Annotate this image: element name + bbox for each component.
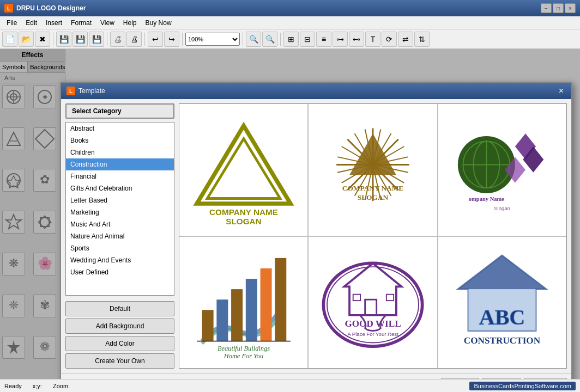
toolbar-save3[interactable]: 💾 bbox=[89, 32, 104, 47]
category-user[interactable]: User Defined bbox=[66, 266, 174, 278]
svg-text:COMPANY NAME: COMPANY NAME bbox=[342, 184, 404, 192]
toolbar-grid2[interactable]: ⊟ bbox=[300, 32, 315, 47]
svg-rect-52 bbox=[245, 279, 257, 341]
menu-edit[interactable]: Edit bbox=[21, 18, 41, 28]
svg-text:ABC: ABC bbox=[479, 305, 525, 329]
svg-rect-62 bbox=[353, 295, 360, 301]
toolbar-flip[interactable]: ⇄ bbox=[398, 32, 413, 47]
toolbar-rotate[interactable]: ⟳ bbox=[382, 32, 397, 47]
svg-marker-36 bbox=[349, 133, 396, 175]
toolbar-close[interactable]: ✖ bbox=[35, 32, 50, 47]
menu-help[interactable]: Help bbox=[119, 18, 141, 28]
default-button[interactable]: Default bbox=[65, 301, 174, 316]
toolbar-sep3 bbox=[144, 33, 145, 46]
category-abstract[interactable]: Abstract bbox=[66, 122, 174, 134]
status-zoom: Zoom: bbox=[53, 383, 70, 389]
template-4[interactable]: Beautiful Buildings Home For You bbox=[179, 237, 307, 369]
toolbar-sep2 bbox=[107, 33, 107, 46]
svg-rect-50 bbox=[216, 299, 228, 341]
status-xy: x;y: bbox=[33, 383, 42, 389]
svg-rect-63 bbox=[386, 295, 394, 301]
menu-format[interactable]: Format bbox=[67, 18, 96, 28]
svg-text:A Place For Your Rest: A Place For Your Rest bbox=[347, 331, 398, 337]
toolbar-print1[interactable]: 🖨 bbox=[110, 32, 125, 47]
menu-file[interactable]: File bbox=[2, 18, 21, 28]
svg-rect-54 bbox=[275, 258, 286, 341]
template-grid: COMPANY NAME SLOGAN bbox=[179, 103, 567, 369]
menu-view[interactable]: View bbox=[96, 18, 119, 28]
template-dialog: L Template × Select Category Abstract Bo… bbox=[60, 82, 572, 392]
modal-overlay: L Template × Select Category Abstract Bo… bbox=[0, 49, 580, 379]
maximize-button[interactable]: □ bbox=[553, 3, 564, 13]
menu-buynow[interactable]: Buy Now bbox=[141, 18, 176, 28]
svg-text:ompany Name: ompany Name bbox=[469, 196, 504, 202]
template-6[interactable]: ABC CONSTRUCTION bbox=[438, 237, 566, 369]
menu-insert[interactable]: Insert bbox=[41, 18, 67, 28]
modal-titlebar: L Template × bbox=[61, 83, 571, 99]
modal-icon: L bbox=[67, 87, 75, 95]
svg-rect-49 bbox=[202, 310, 213, 341]
toolbar-flip2[interactable]: ⇅ bbox=[414, 32, 430, 47]
category-letter[interactable]: Letter Based bbox=[66, 194, 174, 206]
toolbar-zoom-out[interactable]: 🔍 bbox=[262, 32, 277, 47]
svg-text:GOOD WILL: GOOD WILL bbox=[345, 318, 401, 329]
toolbar-sep4 bbox=[182, 33, 183, 46]
toolbar-open[interactable]: 📂 bbox=[19, 32, 34, 47]
toolbar-undo[interactable]: ↩ bbox=[148, 32, 163, 47]
modal-sidebar: Select Category Abstract Books Children … bbox=[65, 103, 174, 369]
category-list: Abstract Books Children Construction Fin… bbox=[65, 122, 174, 296]
category-financial[interactable]: Financial bbox=[66, 170, 174, 182]
toolbar-new[interactable]: 📄 bbox=[2, 32, 17, 47]
template-5[interactable]: GOOD WILL A Place For Your Rest bbox=[309, 237, 437, 369]
zoom-select[interactable]: 100%75%50% bbox=[185, 33, 240, 46]
svg-marker-67 bbox=[458, 255, 546, 289]
category-books[interactable]: Books bbox=[66, 134, 174, 146]
toolbar-align3[interactable]: ⊷ bbox=[349, 32, 364, 47]
toolbar-save1[interactable]: 💾 bbox=[56, 32, 71, 47]
template-1[interactable]: COMPANY NAME SLOGAN bbox=[179, 104, 307, 236]
minimize-button[interactable]: − bbox=[541, 3, 552, 13]
toolbar-save2[interactable]: 💾 bbox=[72, 32, 88, 47]
create-own-button[interactable]: Create Your Own bbox=[65, 353, 174, 369]
toolbar-sep1 bbox=[53, 33, 53, 46]
modal-action-buttons: Default Add Background Add Color Create … bbox=[65, 301, 174, 369]
modal-body: Select Category Abstract Books Children … bbox=[61, 99, 571, 373]
svg-text:SLOGAN: SLOGAN bbox=[226, 217, 261, 226]
toolbar-redo[interactable]: ↪ bbox=[164, 32, 179, 47]
toolbar-align[interactable]: ≡ bbox=[316, 32, 331, 47]
toolbar-sep5 bbox=[243, 33, 243, 46]
svg-text:Beautiful Buildings: Beautiful Buildings bbox=[218, 345, 270, 352]
template-2[interactable]: COMPANY NAME SLOGAN bbox=[309, 104, 437, 236]
toolbar-zoom-in[interactable]: 🔍 bbox=[246, 32, 261, 47]
modal-title: Template bbox=[78, 87, 105, 95]
toolbar-grid[interactable]: ⊞ bbox=[283, 32, 299, 47]
add-background-button[interactable]: Add Background bbox=[65, 318, 174, 334]
main-area: Effects Symbols Backgrounds Arts ✦ bbox=[0, 49, 580, 379]
template-3[interactable]: ompany Name Slogan bbox=[438, 104, 566, 236]
category-construction[interactable]: Construction bbox=[66, 158, 174, 170]
select-category-button[interactable]: Select Category bbox=[65, 103, 174, 119]
title-bar: L DRPU LOGO Designer − □ × bbox=[0, 0, 580, 16]
svg-text:SLOGAN: SLOGAN bbox=[358, 193, 389, 201]
svg-text:CONSTRUCTION: CONSTRUCTION bbox=[464, 336, 541, 346]
status-watermark: BusinessCardsPrintingSoftware.com bbox=[469, 382, 576, 390]
status-ready: Ready bbox=[4, 383, 22, 389]
category-sports[interactable]: Sports bbox=[66, 242, 174, 254]
category-wedding[interactable]: Wedding And Events bbox=[66, 254, 174, 266]
category-gifts[interactable]: Gifts And Celebration bbox=[66, 182, 174, 194]
menu-bar: File Edit Insert Format View Help Buy No… bbox=[0, 16, 580, 29]
svg-rect-61 bbox=[365, 299, 377, 315]
category-marketing[interactable]: Marketing bbox=[66, 206, 174, 218]
svg-text:Home For You: Home For You bbox=[223, 352, 263, 360]
svg-rect-53 bbox=[260, 268, 271, 341]
status-bar: Ready x;y: Zoom: BusinessCardsPrintingSo… bbox=[0, 379, 580, 392]
add-color-button[interactable]: Add Color bbox=[65, 336, 174, 351]
close-button[interactable]: × bbox=[565, 3, 576, 13]
category-children[interactable]: Children bbox=[66, 146, 174, 158]
toolbar-align2[interactable]: ⊶ bbox=[333, 32, 348, 47]
toolbar-text[interactable]: T bbox=[365, 32, 380, 47]
category-nature[interactable]: Nature And Animal bbox=[66, 230, 174, 242]
category-music[interactable]: Music And Art bbox=[66, 218, 174, 230]
modal-close-button[interactable]: × bbox=[557, 86, 566, 96]
toolbar-print2[interactable]: 🖨 bbox=[126, 32, 142, 47]
